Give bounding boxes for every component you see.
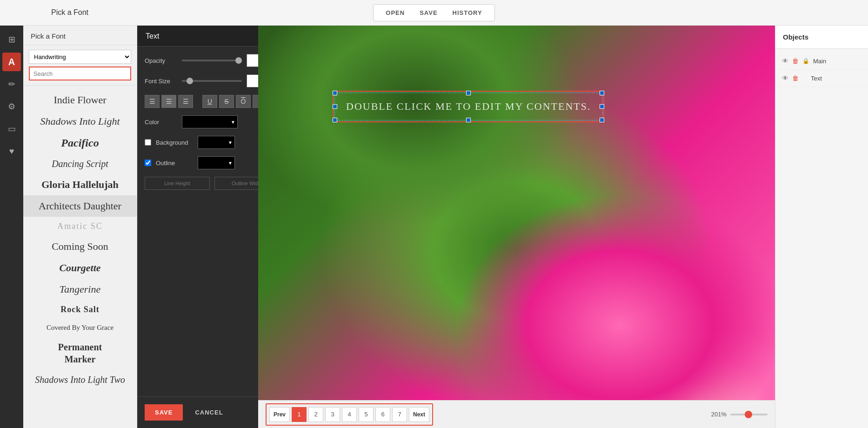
text-save-button[interactable]: SAVE <box>145 404 183 421</box>
zoom-control: 201% <box>711 411 768 418</box>
next-button[interactable]: Next <box>409 407 429 422</box>
text-box-inner[interactable]: Double click me to edit my contents. <box>334 93 602 120</box>
text-box-container[interactable]: Double click me to edit my contents. <box>333 91 604 122</box>
page-button-5[interactable]: 5 <box>359 407 374 422</box>
draw-icon: ✏ <box>8 79 15 89</box>
canvas-background <box>258 26 775 400</box>
strikethrough-button[interactable]: S <box>219 95 234 108</box>
font-category-select[interactable]: Handwriting Serif Sans-Serif Display Mon… <box>29 50 131 64</box>
sidebar-item-shape[interactable]: ▭ <box>2 120 21 138</box>
color-dropdown-arrow: ▼ <box>231 120 235 125</box>
history-button[interactable]: HISTORY <box>446 7 489 18</box>
background-row: Background ▼ <box>145 136 251 149</box>
overline-button[interactable]: Ō <box>236 95 251 108</box>
object-visibility-icon[interactable]: 👁 <box>782 57 788 65</box>
text-panel-body: Opacity 1 Font Size 25 ☰ ☰ ☰ U S <box>137 47 258 396</box>
page-button-6[interactable]: 6 <box>375 407 390 422</box>
list-item[interactable]: Shadows Into Light <box>23 111 137 132</box>
font-size-row: Font Size 25 <box>145 74 251 87</box>
font-panel-controls: Handwriting Serif Sans-Serif Display Mon… <box>23 45 137 86</box>
color-swatch[interactable]: ▼ <box>182 115 238 128</box>
list-item[interactable]: PermanentMarker <box>23 336 137 370</box>
text-panel-title: Text <box>137 26 258 47</box>
list-item[interactable]: Amatic SC <box>23 217 137 236</box>
list-item[interactable]: Gloria Hallelujah <box>23 174 137 195</box>
align-center-button[interactable]: ☰ <box>161 95 176 108</box>
outline-row: Outline ▼ <box>145 156 251 169</box>
font-search-input[interactable] <box>29 67 131 80</box>
sidebar-item-text[interactable]: A <box>2 53 21 71</box>
list-item[interactable]: Tangerine <box>23 279 137 300</box>
align-right-button[interactable]: ☰ <box>178 95 193 108</box>
object-delete-icon[interactable]: 🗑 <box>792 57 799 65</box>
handle-middle-right[interactable] <box>600 104 604 109</box>
page-button-3[interactable]: 3 <box>325 407 340 422</box>
sidebar-item-draw[interactable]: ✏ <box>2 75 21 94</box>
handle-bottom-left[interactable] <box>333 118 337 122</box>
save-button[interactable]: SAVE <box>413 7 444 18</box>
line-height-input[interactable] <box>145 177 210 190</box>
background-checkbox[interactable] <box>145 139 151 146</box>
object-label-text: Text <box>811 75 861 82</box>
text-cancel-button[interactable]: CANCEL <box>187 404 230 421</box>
list-item-architects-daughter[interactable]: Architects Daughter <box>23 195 137 217</box>
outline-color-swatch[interactable]: ▼ <box>198 156 235 169</box>
settings-icon: ⚙ <box>8 101 15 112</box>
font-panel: Pick a Font Handwriting Serif Sans-Serif… <box>23 26 137 428</box>
alignment-row: ☰ ☰ ☰ U S Ō I <box>145 95 251 108</box>
color-label: Color <box>145 119 177 126</box>
sidebar-item-favorite[interactable]: ♥ <box>2 142 21 160</box>
underline-button[interactable]: U <box>202 95 217 108</box>
color-row: Color ▼ <box>145 115 251 128</box>
handle-top-left[interactable] <box>333 91 337 95</box>
outline-label: Outline <box>156 160 193 167</box>
list-item[interactable]: Dancing Script <box>23 154 137 174</box>
pagination: Prev 1 2 3 4 5 6 7 Next <box>266 403 433 426</box>
sidebar-item-settings[interactable]: ⚙ <box>2 97 21 116</box>
background-color-swatch[interactable]: ▼ <box>198 136 235 149</box>
canvas-area: Double click me to edit my contents. Pre… <box>258 26 775 428</box>
handle-bottom-center[interactable] <box>466 118 471 122</box>
page-button-2[interactable]: 2 <box>308 407 323 422</box>
object-item-main[interactable]: 👁 🗑 🔒 Main <box>775 53 868 70</box>
page-button-4[interactable]: 4 <box>342 407 357 422</box>
top-bar: Pick a Font OPEN SAVE HISTORY <box>0 0 868 26</box>
opacity-slider[interactable] <box>182 60 242 61</box>
list-item[interactable]: Courgette <box>23 257 137 279</box>
text-icon: A <box>8 57 15 67</box>
sidebar-item-grid[interactable]: ⊞ <box>2 30 21 49</box>
format-buttons: U S Ō I <box>202 95 267 108</box>
page-button-7[interactable]: 7 <box>392 407 407 422</box>
prev-button[interactable]: Prev <box>269 407 290 422</box>
font-size-slider[interactable] <box>182 80 242 82</box>
list-item[interactable]: Coming Soon <box>23 236 137 257</box>
objects-panel-title: Objects <box>775 26 868 49</box>
background-label: Background <box>156 139 193 146</box>
list-item[interactable]: Rock Salt <box>23 300 137 319</box>
object-lock-icon[interactable]: 🔒 <box>802 58 809 64</box>
icon-sidebar: ⊞ A ✏ ⚙ ▭ ♥ <box>0 26 23 428</box>
font-panel-title: Pick a Font <box>23 26 137 45</box>
object-item-text[interactable]: 👁 🗑 Text <box>775 70 868 87</box>
canvas-bottom-bar: Prev 1 2 3 4 5 6 7 Next 201% <box>258 400 775 428</box>
list-item[interactable]: Shadows Into Light Two <box>23 370 137 390</box>
page-button-1[interactable]: 1 <box>292 407 307 422</box>
object-label-main: Main <box>813 58 861 65</box>
open-button[interactable]: OPEN <box>379 7 411 18</box>
object-delete-icon-2[interactable]: 🗑 <box>792 74 799 82</box>
main-layout: ⊞ A ✏ ⚙ ▭ ♥ Pick a Font Handwriting Seri… <box>0 26 868 428</box>
canvas-text-content[interactable]: Double click me to edit my contents. <box>346 100 591 113</box>
zoom-slider[interactable] <box>730 414 768 415</box>
handle-top-right[interactable] <box>600 91 604 95</box>
align-left-button[interactable]: ☰ <box>145 95 160 108</box>
list-item[interactable]: Pacifico <box>23 132 137 154</box>
handle-bottom-right[interactable] <box>600 118 604 122</box>
canvas-image[interactable]: Double click me to edit my contents. <box>258 26 775 400</box>
font-size-label: Font Size <box>145 78 177 85</box>
handle-top-center[interactable] <box>466 91 471 95</box>
object-visibility-icon-2[interactable]: 👁 <box>782 74 788 82</box>
list-item[interactable]: Indie Flower <box>23 89 137 111</box>
list-item[interactable]: Covered By Your Grace <box>23 319 137 336</box>
handle-middle-left[interactable] <box>333 104 337 109</box>
outline-checkbox[interactable] <box>145 160 151 166</box>
